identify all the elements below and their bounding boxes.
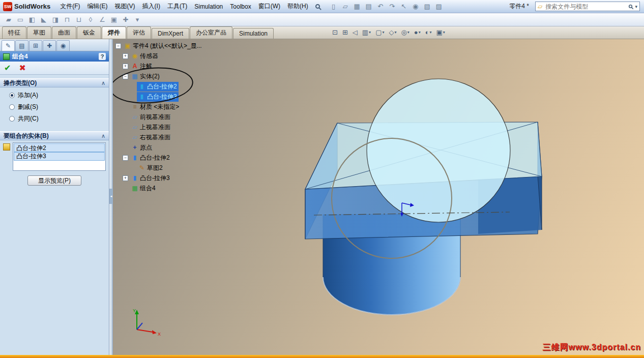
hide-show-items-icon[interactable]: ◎▾	[399, 27, 411, 37]
rebuild-icon[interactable]: ◉	[410, 2, 421, 12]
tree-item-3[interactable]: −▦实体(2)	[114, 71, 221, 81]
view-settings-icon[interactable]: ▣▾	[435, 27, 447, 37]
search-commands-icon[interactable]	[313, 2, 323, 12]
gusset-icon[interactable]: ◣	[38, 14, 49, 25]
extruded-boss-icon[interactable]: ⊓	[62, 14, 73, 25]
tree-item-9[interactable]: ▱右视基准面	[114, 132, 221, 142]
display-style-icon[interactable]: ◇▾	[387, 27, 398, 37]
tree-item-10[interactable]: +原点	[114, 142, 221, 153]
radio-subtract-circle[interactable]	[9, 104, 15, 110]
expand-toggle-icon[interactable]: +	[123, 175, 128, 181]
tab-Simulation[interactable]: Simulation	[233, 28, 274, 39]
zoom-area-icon[interactable]: ⊞	[341, 27, 349, 37]
expand-toggle-icon[interactable]: −	[123, 74, 128, 79]
displaymanager-tab[interactable]: ✚	[43, 40, 56, 51]
expand-toggle-icon[interactable]: +	[123, 53, 128, 59]
configurations-tab[interactable]: ▤	[15, 40, 28, 51]
appearances-tab[interactable]: ◉	[56, 40, 70, 51]
redo-icon[interactable]: ↷	[387, 2, 398, 12]
new-document-icon[interactable]: ▯	[328, 2, 339, 12]
trim-extend-icon[interactable]: ▭	[15, 14, 26, 25]
select-icon[interactable]: ↖	[398, 2, 409, 12]
tree-item-7[interactable]: ▱前视基准面	[114, 112, 221, 122]
toolbar-dropdown-caret[interactable]: ▾	[132, 14, 143, 25]
dimxpert-manager-tab[interactable]: ⊞	[29, 40, 42, 51]
tab-评估[interactable]: 评估	[127, 26, 151, 39]
expand-toggle-icon[interactable]: −	[123, 155, 128, 161]
reference-geometry-icon[interactable]: ✚	[120, 14, 131, 25]
cancel-button[interactable]: ✖	[19, 63, 25, 73]
ok-button[interactable]: ✔	[4, 63, 11, 73]
tree-item-1[interactable]: +◉传感器	[114, 51, 221, 61]
search-input[interactable]	[544, 3, 626, 11]
extruded-cut-icon[interactable]: ⊔	[73, 14, 84, 25]
zoom-fit-icon[interactable]: ⊡	[331, 27, 339, 37]
menu-item-视图(V)[interactable]: 视图(V)	[111, 1, 139, 12]
menu-item-窗口(W)[interactable]: 窗口(W)	[255, 1, 284, 12]
bodies-to-combine-section-header[interactable]: 要组合的实体(B) ∧	[0, 131, 109, 140]
tree-item-13[interactable]: +▮凸台-拉伸3	[114, 173, 221, 183]
tree-item-6[interactable]: ≡材质 <未指定>	[114, 102, 221, 112]
tab-特征[interactable]: 特征	[2, 26, 26, 39]
view-orientation-icon[interactable]: ▢▾	[374, 27, 386, 37]
radio-common-circle[interactable]	[9, 116, 15, 122]
tree-item-8[interactable]: ▱上视基准面	[114, 122, 221, 132]
edit-appearance-icon[interactable]: ●▾	[413, 27, 422, 37]
end-cap-icon[interactable]: ◧	[26, 14, 38, 25]
tab-钣金[interactable]: 钣金	[77, 26, 101, 39]
body-list-item[interactable]: 凸台-拉伸3	[14, 152, 104, 160]
weld-bead-icon[interactable]: ◨	[50, 14, 61, 25]
chamfer-icon[interactable]: ▣	[108, 14, 120, 25]
menu-item-插入(I)[interactable]: 插入(I)	[139, 1, 164, 12]
structural-member-icon[interactable]: ▰	[3, 14, 14, 25]
operation-type-section-header[interactable]: 操作类型(O) ∧	[0, 78, 109, 87]
menu-item-帮助(H)[interactable]: 帮助(H)	[284, 1, 312, 12]
section-view-icon[interactable]: ▥▾	[361, 27, 372, 37]
tab-草图[interactable]: 草图	[27, 26, 51, 39]
save-icon[interactable]: ▦	[352, 2, 363, 12]
panel-splitter[interactable]: ◂	[109, 39, 113, 355]
tree-item-14[interactable]: ▦组合4	[114, 183, 221, 193]
fillet-icon[interactable]: ∠	[97, 14, 108, 25]
help-button[interactable]: ?	[99, 53, 106, 60]
tree-item-11[interactable]: −▮凸台-拉伸2	[114, 153, 221, 163]
expand-toggle-icon[interactable]: −	[115, 43, 121, 49]
print-icon[interactable]: ▤	[363, 2, 374, 12]
tab-曲面[interactable]: 曲面	[52, 26, 76, 39]
previous-view-icon[interactable]: ◁	[351, 27, 359, 37]
search-dropdown-caret[interactable]: ▾	[635, 4, 637, 9]
hole-wizard-icon[interactable]: ◊	[85, 14, 96, 25]
file-properties-icon[interactable]: ▧	[422, 2, 433, 12]
menu-item-Simulation[interactable]: Simulation	[191, 2, 226, 12]
menu-item-编辑(E)[interactable]: 编辑(E)	[84, 1, 111, 12]
expand-toggle-icon[interactable]: +	[123, 64, 128, 69]
options-icon[interactable]: ▨	[433, 2, 445, 12]
radio-subtract[interactable]: 删减(S)	[3, 101, 106, 113]
propertymanager-tab[interactable]: ✎	[2, 40, 15, 51]
radio-add-circle[interactable]	[9, 93, 15, 98]
tree-item-4[interactable]: ▮凸台-拉伸2	[114, 81, 221, 92]
radio-add[interactable]: 添加(A)	[3, 90, 106, 101]
undo-icon[interactable]: ↶	[375, 2, 386, 12]
tree-item-2[interactable]: +A注解	[114, 61, 221, 71]
tree-item-0[interactable]: −▣零件4 (默认<<默认>_显...	[114, 41, 221, 51]
cylinder-top-face[interactable]	[367, 79, 510, 222]
tab-办公室产品[interactable]: 办公室产品	[190, 26, 232, 39]
menu-item-工具(T)[interactable]: 工具(T)	[164, 1, 191, 12]
open-icon[interactable]: ▱	[340, 2, 351, 12]
graphics-area[interactable]: Y X −▣零件4 (默认<<默认>_显...+◉传感器+A注解−▦实体(2)▮…	[113, 39, 644, 355]
tree-item-5[interactable]: ▮凸台-拉伸3	[114, 92, 221, 102]
show-preview-button[interactable]: 显示预览(P)	[27, 175, 81, 186]
splitter-grip[interactable]: ◂	[109, 189, 113, 204]
tab-DimXpert[interactable]: DimXpert	[152, 28, 189, 39]
tree-item-12[interactable]: ✎草图2	[114, 163, 221, 173]
menu-item-文件(F)[interactable]: 文件(F)	[56, 1, 83, 12]
bodies-selection-list[interactable]: 凸台-拉伸2凸台-拉伸3	[13, 142, 106, 171]
radio-common[interactable]: 共同(C)	[3, 113, 106, 125]
tab-焊件[interactable]: 焊件	[102, 26, 126, 39]
menu-item-Toolbox[interactable]: Toolbox	[226, 2, 254, 12]
body-list-item[interactable]: 凸台-拉伸2	[14, 144, 104, 152]
collapse-chevron-icon[interactable]: ∧	[101, 133, 105, 139]
collapse-chevron-icon[interactable]: ∧	[101, 80, 105, 86]
search-icon[interactable]	[629, 5, 632, 8]
